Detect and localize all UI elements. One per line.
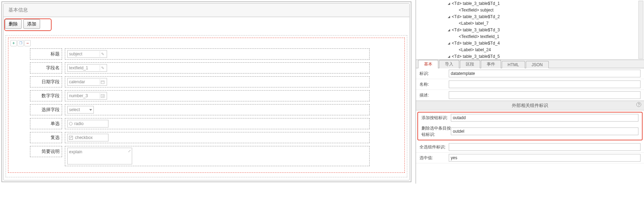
number-input[interactable]: number_312 bbox=[67, 92, 107, 100]
tree-toggle-icon[interactable] bbox=[454, 22, 457, 25]
fieldset-title: 基本信息 bbox=[3, 3, 409, 17]
field-cell: ✓checkbox bbox=[65, 132, 370, 143]
name-input[interactable] bbox=[449, 80, 641, 88]
tree-node[interactable]: ◢<Td> table_3_table$Td_5 bbox=[426, 53, 641, 60]
help-icon[interactable]: ? bbox=[636, 102, 641, 107]
section-title: 外部相关组件标识 bbox=[512, 103, 548, 108]
tree-node[interactable]: ◢<Td> table_3_table$Td_2 bbox=[426, 14, 641, 20]
svg-text:12: 12 bbox=[102, 95, 105, 97]
tree-node-label: <Textfield> subject bbox=[459, 7, 493, 14]
addbtn-label: 添加按钮标识: bbox=[422, 115, 451, 121]
form-designer-canvas: 基本信息 删除 添加 + ❐ − 标题subject✎字段名textfield_… bbox=[0, 0, 413, 184]
field-cell: radio bbox=[65, 118, 370, 129]
tree-toggle-icon[interactable] bbox=[454, 9, 457, 12]
tree-toggle-icon[interactable]: ◢ bbox=[447, 29, 450, 32]
tree-toggle-icon[interactable]: ◢ bbox=[447, 55, 450, 58]
field-label: 选择字段 bbox=[30, 104, 62, 115]
prop-row-selval: 选中值: bbox=[416, 153, 644, 163]
row-copy-icon[interactable]: ❐ bbox=[17, 40, 24, 46]
row-add-icon[interactable]: + bbox=[10, 40, 17, 46]
id-input[interactable] bbox=[449, 70, 641, 77]
form-row: 选择字段select bbox=[30, 104, 402, 115]
text-input[interactable]: subject✎ bbox=[67, 50, 107, 58]
selectall-input[interactable] bbox=[449, 143, 641, 151]
tree-node[interactable]: ◢<Td> table_3_table$Td_4 bbox=[426, 40, 641, 47]
number-icon[interactable]: 12 bbox=[100, 93, 105, 99]
tree-node[interactable]: <Textfield> textfield_1 bbox=[426, 33, 641, 40]
tab-事件[interactable]: 事件 bbox=[481, 60, 501, 68]
section-external-components: 外部相关组件标识 ? bbox=[416, 101, 644, 110]
selectall-label: 全选组件标识: bbox=[419, 144, 449, 150]
field-cell: textfield_1✎ bbox=[65, 62, 370, 74]
tree-node-label: <Td> table_3_table$Td_3 bbox=[452, 27, 500, 33]
date-input[interactable]: calendar bbox=[67, 78, 107, 86]
form-row: 复选✓checkbox bbox=[30, 132, 402, 143]
tab-JSON[interactable]: JSON bbox=[526, 61, 549, 68]
selval-input[interactable] bbox=[449, 154, 641, 162]
select-input[interactable]: select bbox=[67, 106, 94, 114]
text-input[interactable]: textfield_1✎ bbox=[67, 64, 107, 72]
prop-row-desc: 描述: bbox=[416, 90, 644, 101]
selval-label: 选中值: bbox=[419, 155, 449, 161]
delbtn-input[interactable] bbox=[451, 127, 638, 135]
tree-toggle-icon[interactable]: ◢ bbox=[447, 15, 450, 18]
outer-container: 基本信息 删除 添加 + ❐ − 标题subject✎字段名textfield_… bbox=[1, 1, 411, 182]
edit-icon[interactable]: ✎ bbox=[100, 51, 105, 57]
expand-icon[interactable]: ⤢ bbox=[128, 149, 131, 153]
prop-row-selectall: 全选组件标识: bbox=[416, 142, 644, 153]
name-label: 名称: bbox=[419, 82, 449, 87]
chevron-down-icon bbox=[89, 109, 92, 111]
addbtn-input[interactable] bbox=[451, 114, 638, 122]
tree-node[interactable]: <Label> label_24 bbox=[426, 47, 641, 53]
tab-区段[interactable]: 区段 bbox=[460, 60, 480, 68]
tree-toggle-icon[interactable]: ◢ bbox=[447, 42, 450, 45]
field-cell: number_312 bbox=[65, 90, 370, 101]
prop-row-addbtn: 添加按钮标识: bbox=[418, 113, 642, 123]
field-cell: calendar bbox=[65, 76, 370, 87]
delete-button[interactable]: 删除 bbox=[5, 19, 22, 29]
properties-tabs: 基本导入区段事件HTMLJSON bbox=[416, 60, 644, 68]
tree-node-label: <Td> table_3_table$Td_5 bbox=[452, 53, 500, 60]
desc-label: 描述: bbox=[419, 92, 449, 98]
basic-info-fieldset: 基本信息 删除 添加 + ❐ − 标题subject✎字段名textfield_… bbox=[3, 3, 410, 180]
checkbox-icon: ✓ bbox=[69, 136, 73, 140]
textarea-input[interactable]: explain⤢ bbox=[67, 148, 132, 164]
form-grid: 标题subject✎字段名textfield_1✎日期字段calendar数字字… bbox=[30, 48, 402, 166]
tree-node[interactable]: ◢<Td> table_3_table$Td_3 bbox=[426, 27, 641, 33]
template-outer: + ❐ − 标题subject✎字段名textfield_1✎日期字段calen… bbox=[6, 35, 407, 177]
desc-input[interactable] bbox=[449, 91, 641, 99]
tree-toggle-icon[interactable] bbox=[454, 48, 457, 52]
svg-rect-0 bbox=[101, 80, 104, 83]
prop-row-name: 名称: bbox=[416, 79, 644, 90]
field-label: 标题 bbox=[30, 48, 62, 60]
add-button[interactable]: 添加 bbox=[23, 19, 40, 29]
tree-node-label: <Td> table_3_table$Td_2 bbox=[452, 14, 500, 20]
tab-HTML[interactable]: HTML bbox=[502, 61, 525, 68]
tree-node[interactable]: ◢<Td> table_3_table$Td_1 bbox=[426, 0, 641, 7]
tree-node-label: <Label> label_7 bbox=[459, 20, 488, 27]
template-selected[interactable]: + ❐ − 标题subject✎字段名textfield_1✎日期字段calen… bbox=[8, 38, 405, 173]
tree-node[interactable]: <Label> label_7 bbox=[426, 20, 641, 27]
field-label: 字段名 bbox=[30, 62, 62, 74]
properties-body: 标识: 名称: 描述: 外部相关组件标识 ? 添加按钮标识: 删除选中条目按钮标… bbox=[416, 68, 644, 163]
field-label: 复选 bbox=[30, 132, 62, 143]
tree-toggle-icon[interactable]: ◢ bbox=[447, 2, 450, 5]
row-delete-icon[interactable]: − bbox=[24, 40, 31, 46]
id-label: 标识: bbox=[419, 71, 449, 77]
form-row: 单选radio bbox=[30, 118, 402, 129]
component-tree[interactable]: ◢<Td> table_3_table$Td_1<Textfield> subj… bbox=[416, 0, 644, 60]
checkbox-input[interactable]: ✓checkbox bbox=[67, 134, 108, 141]
tree-node-label: <Td> table_3_table$Td_4 bbox=[452, 40, 500, 47]
field-cell: select bbox=[65, 104, 370, 115]
form-row: 日期字段calendar bbox=[30, 76, 402, 87]
tree-node[interactable]: <Textfield> subject bbox=[426, 7, 641, 14]
calendar-icon[interactable] bbox=[100, 79, 105, 85]
field-cell: explain⤢ bbox=[65, 146, 370, 166]
tree-node-label: <Textfield> textfield_1 bbox=[459, 33, 499, 40]
tree-toggle-icon[interactable] bbox=[454, 35, 457, 38]
field-label: 数字字段 bbox=[30, 90, 62, 101]
tab-导入[interactable]: 导入 bbox=[439, 60, 459, 68]
radio-input[interactable]: radio bbox=[67, 120, 108, 127]
tab-基本[interactable]: 基本 bbox=[418, 60, 438, 68]
edit-icon[interactable]: ✎ bbox=[100, 65, 105, 71]
